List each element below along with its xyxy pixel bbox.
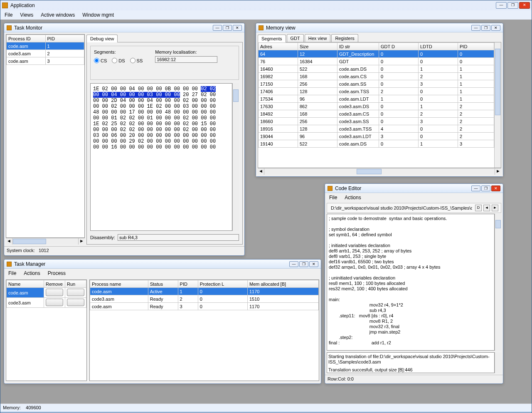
tab-gdt[interactable]: GDT bbox=[287, 34, 304, 42]
table-row[interactable]: 17150256code.asm.SS031 bbox=[259, 80, 494, 88]
tab-segments[interactable]: Segments bbox=[258, 35, 286, 42]
radio-ds[interactable]: DS bbox=[112, 58, 125, 63]
table-row[interactable]: code.asm bbox=[7, 288, 86, 298]
code-editor-close[interactable]: ✕ bbox=[491, 185, 500, 191]
menu-file[interactable]: File bbox=[5, 12, 12, 18]
table-row[interactable]: 18492168code3.asm.CS022 bbox=[259, 110, 494, 118]
tab-debug-view[interactable]: Debug view bbox=[86, 35, 118, 42]
tab-hex-view[interactable]: Hex view bbox=[305, 34, 331, 42]
table-row[interactable]: 17630862code3.asm.DS012 bbox=[259, 103, 494, 110]
hex-view[interactable]: 1E 02 00 00 04 00 00 00 0B 00 00 00 02 0… bbox=[90, 83, 232, 231]
col-status[interactable]: Status bbox=[148, 280, 178, 288]
task-monitor-close[interactable]: ✕ bbox=[233, 25, 242, 31]
col-mem[interactable]: Mem allocated [B] bbox=[248, 280, 319, 288]
col-size[interactable]: Size bbox=[298, 43, 337, 50]
task-manager-maximize[interactable]: ❐ bbox=[299, 261, 308, 267]
radio-ss[interactable]: SS bbox=[130, 58, 143, 63]
segments-vscroll[interactable] bbox=[494, 42, 501, 168]
col-remove[interactable]: Remove bbox=[44, 280, 65, 288]
col-process-id[interactable]: Process ID bbox=[7, 35, 46, 42]
col-run[interactable]: Run bbox=[65, 280, 86, 288]
task-monitor-maximize[interactable]: ❐ bbox=[223, 25, 232, 31]
tm-menu-file[interactable]: File bbox=[8, 270, 16, 276]
col-idstr[interactable]: ID str bbox=[337, 43, 379, 50]
memory-view-icon bbox=[259, 25, 264, 30]
log-vscroll[interactable] bbox=[495, 352, 501, 373]
memory-view-close[interactable]: ✕ bbox=[491, 25, 500, 31]
remove-button[interactable] bbox=[46, 289, 63, 296]
ce-menu-file[interactable]: File bbox=[329, 195, 337, 200]
table-row[interactable]: code.asm1 bbox=[7, 42, 84, 50]
menu-window-mgmt[interactable]: Window mgmt bbox=[82, 12, 114, 18]
col-name[interactable]: Name bbox=[7, 280, 44, 288]
table-row[interactable]: 19140522code.asm.DS013 bbox=[259, 140, 494, 148]
tm-menu-process[interactable]: Process bbox=[48, 270, 66, 276]
col-gdtd[interactable]: GDT D bbox=[379, 43, 419, 50]
memory-view-title: Memory view bbox=[266, 25, 471, 31]
task-monitor-title: Task Monitor bbox=[14, 25, 213, 31]
memory-value: 409600 bbox=[26, 405, 41, 410]
path-d-button[interactable]: D bbox=[475, 205, 482, 211]
col-ldtd[interactable]: LDTD bbox=[419, 43, 458, 50]
table-row[interactable]: 6412GDT_Description000 bbox=[259, 50, 494, 58]
col-pid2[interactable]: PID bbox=[458, 43, 494, 50]
file-path[interactable] bbox=[330, 205, 473, 211]
app-close-button[interactable]: ✕ bbox=[519, 2, 530, 9]
app-maximize-button[interactable]: ❐ bbox=[507, 2, 518, 9]
col-pid3[interactable]: PID bbox=[178, 280, 198, 288]
tm-right-table[interactable]: Process name Status PID Protection L Mem… bbox=[90, 280, 319, 310]
ce-menu-actions[interactable]: Actions bbox=[345, 195, 361, 200]
col-protection[interactable]: Protection L bbox=[198, 280, 247, 288]
code-editor-maximize[interactable]: ❐ bbox=[481, 185, 490, 191]
run-button[interactable] bbox=[67, 299, 84, 306]
memory-view-window: Memory view — ❐ ✕ Segments GDT Hex view … bbox=[256, 23, 503, 177]
table-row[interactable]: code3.asm bbox=[7, 298, 86, 308]
run-button[interactable] bbox=[67, 289, 84, 296]
table-row[interactable]: code.asm3 bbox=[7, 57, 84, 65]
table-row[interactable]: 16982168code.asm.CS021 bbox=[259, 73, 494, 80]
app-minimize-button[interactable]: — bbox=[496, 2, 507, 9]
table-row[interactable]: code.asmReady301170 bbox=[90, 303, 319, 310]
col-process-name[interactable]: Process name bbox=[90, 280, 148, 288]
memory-view-minimize[interactable]: — bbox=[471, 25, 480, 31]
menu-active-windows[interactable]: Active windows bbox=[41, 12, 75, 18]
remove-button[interactable] bbox=[46, 299, 63, 306]
task-manager-close[interactable]: ✕ bbox=[309, 261, 318, 267]
table-row[interactable]: 1753496code.asm.LDT101 bbox=[259, 95, 494, 103]
process-table-hscroll[interactable]: ◄► bbox=[6, 238, 85, 245]
memory-view-maximize[interactable]: ❐ bbox=[481, 25, 490, 31]
table-row[interactable]: 18916128code3.asm.TSS402 bbox=[259, 125, 494, 133]
segments-hscroll[interactable]: ◄► bbox=[258, 168, 501, 175]
nav-left-icon[interactable]: ◄ bbox=[483, 205, 490, 211]
segments-table[interactable]: Adres Size ID str GDT D LDTD PID 6412GDT… bbox=[258, 42, 494, 148]
code-text[interactable]: ; sample code to demostrate syntax and b… bbox=[327, 214, 495, 351]
task-monitor-window: Task Monitor — ❐ ✕ Process ID PID bbox=[4, 23, 245, 256]
log-output[interactable]: Starting translation of file:D:\dir_work… bbox=[327, 352, 495, 373]
table-row[interactable]: 18660256code3.asm.SS032 bbox=[259, 118, 494, 125]
tab-registers[interactable]: Registers bbox=[331, 34, 358, 42]
memloc-value[interactable] bbox=[155, 56, 217, 63]
system-clock-label: System clock: bbox=[7, 248, 35, 253]
code-editor-status: Row:Col: 0:0 bbox=[325, 375, 503, 383]
disasm-value[interactable] bbox=[118, 234, 239, 241]
table-row[interactable]: 16460522code.asm.DS011 bbox=[259, 65, 494, 73]
task-monitor-minimize[interactable]: — bbox=[213, 25, 222, 31]
code-editor-minimize[interactable]: — bbox=[471, 185, 480, 191]
radio-cs[interactable]: CS bbox=[94, 58, 107, 63]
table-row[interactable]: code3.asmReady201510 bbox=[90, 295, 319, 303]
col-pid[interactable]: PID bbox=[45, 35, 84, 42]
task-manager-minimize[interactable]: — bbox=[289, 261, 298, 267]
table-row[interactable]: 7616384GDT000 bbox=[259, 58, 494, 65]
code-vscroll[interactable] bbox=[495, 214, 501, 351]
table-row[interactable]: 1904496code3.asm.LDT302 bbox=[259, 133, 494, 140]
tm-menu-actions[interactable]: Actions bbox=[24, 270, 40, 276]
nav-right-icon[interactable]: ► bbox=[492, 205, 498, 211]
menu-views[interactable]: Views bbox=[20, 12, 33, 18]
hex-vscroll[interactable] bbox=[232, 83, 239, 231]
table-row[interactable]: code.asmActive101170 bbox=[90, 288, 319, 295]
tm-left-table[interactable]: Name Remove Run code.asm code3.asm bbox=[6, 280, 86, 308]
table-row[interactable]: 17406128code.asm.TSS201 bbox=[259, 88, 494, 95]
table-row[interactable]: code3.asm2 bbox=[7, 50, 84, 57]
col-adres[interactable]: Adres bbox=[259, 43, 298, 50]
process-table[interactable]: Process ID PID code.asm1 code3.asm2 code… bbox=[6, 35, 84, 65]
